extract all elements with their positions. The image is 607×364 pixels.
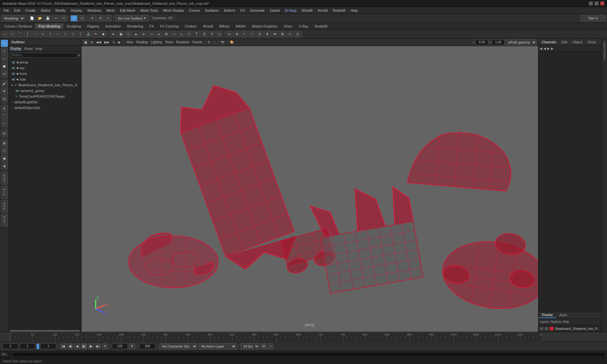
- close-button[interactable]: ✕: [600, 1, 604, 6]
- workspace-dropdown[interactable]: Modeling: [1, 15, 25, 21]
- outliner-scrollbar[interactable]: [9, 329, 81, 332]
- outliner-item-top[interactable]: 📹 ◀ top: [9, 65, 81, 71]
- open-scene-btn[interactable]: 📂: [36, 15, 43, 21]
- menu-generate[interactable]: Generate: [248, 8, 267, 13]
- outliner-item-main-group[interactable]: ▸ ⊞ Skateboard_Shattered_into_Pieces_m: [9, 82, 81, 88]
- tool-multi-cut[interactable]: ✂: [286, 31, 293, 38]
- search-options-btn[interactable]: ▾: [78, 53, 80, 57]
- menu-create[interactable]: Create: [23, 8, 38, 13]
- tool-torus[interactable]: ⊙: [140, 31, 147, 38]
- outliner-tab-display[interactable]: Display: [10, 46, 21, 51]
- tab-rendering[interactable]: Rendering: [124, 23, 146, 29]
- tool-cylinder[interactable]: ⬡: [125, 31, 132, 38]
- menu-mesh[interactable]: Mesh: [104, 8, 117, 13]
- range-end-icon[interactable]: ▾: [129, 343, 135, 349]
- tool-plane[interactable]: ▭: [148, 31, 155, 38]
- vp-menu-shading[interactable]: Shading: [135, 40, 149, 44]
- snap-grid-btn[interactable]: #: [1, 105, 8, 112]
- tool-prism[interactable]: ◁: [170, 31, 177, 38]
- vp-menu-view[interactable]: View: [125, 40, 134, 44]
- tab-fx-caching[interactable]: FX Caching: [157, 23, 181, 29]
- outliner-tab-show[interactable]: Show: [24, 47, 33, 51]
- face-select-btn[interactable]: ◼: [1, 63, 8, 70]
- tool-curve1[interactable]: ∫: [24, 31, 31, 38]
- tab-custom[interactable]: Custom: [181, 23, 200, 29]
- rotate-tool-btn[interactable]: ↺: [97, 15, 104, 21]
- loop-btn[interactable]: ↻: [102, 343, 108, 349]
- tool-separate[interactable]: ÷: [248, 31, 255, 38]
- outliner-item-camera1[interactable]: 📹 camera1_group: [9, 88, 81, 94]
- tool-append[interactable]: ⊞: [279, 31, 286, 38]
- save-scene-btn[interactable]: 💾: [44, 15, 51, 21]
- vp-menu-renderer[interactable]: Renderer: [175, 40, 191, 44]
- tab-mash[interactable]: MASH: [232, 23, 249, 29]
- tool-fill[interactable]: ⌬: [256, 31, 263, 38]
- xray-btn[interactable]: ⊙: [1, 130, 8, 137]
- maximize-button[interactable]: □: [594, 1, 599, 6]
- outliner-item-objectset[interactable]: ○ defaultObjectSet: [9, 105, 81, 111]
- menu-select[interactable]: Select: [39, 8, 53, 13]
- vp-icon-shaded[interactable]: ◼: [83, 40, 89, 45]
- audio-btn[interactable]: ♪: [268, 343, 273, 349]
- tool-anchor[interactable]: ⚓: [85, 31, 92, 38]
- tool-curve3[interactable]: ∿: [39, 31, 46, 38]
- minimize-button[interactable]: —: [589, 1, 593, 6]
- menu-display[interactable]: Display: [69, 8, 84, 13]
- menu-deform[interactable]: Deform: [222, 8, 237, 13]
- tool-mirror[interactable]: ⇔: [226, 31, 233, 38]
- hypershade-btn[interactable]: HYP: [1, 186, 8, 199]
- tool-circle[interactable]: ○: [1, 31, 8, 38]
- cb-tab-channels[interactable]: Channels: [540, 39, 557, 45]
- menu-edit-mesh[interactable]: Edit Mesh: [118, 8, 138, 13]
- layer-ctrl-next2[interactable]: ▶: [551, 47, 554, 50]
- tool-node[interactable]: ◆: [100, 31, 107, 38]
- layer-ctrl-prev[interactable]: ◀: [540, 47, 542, 50]
- layer-ctrl-prev2[interactable]: ◀: [543, 47, 546, 50]
- vp-display-btn[interactable]: 🎨: [229, 40, 235, 44]
- tool-curve4[interactable]: ⌇: [47, 31, 54, 38]
- vp-menu-show[interactable]: Show: [164, 40, 174, 44]
- outliner-tab-help[interactable]: Help: [35, 47, 43, 51]
- tab-xgen[interactable]: XGen: [280, 23, 296, 29]
- tool-sphere[interactable]: ●: [110, 31, 117, 38]
- settings-btn[interactable]: ⚙: [261, 343, 267, 349]
- viewport-canvas[interactable]: front: [82, 46, 538, 332]
- tab-redshift[interactable]: Redshift: [311, 23, 330, 29]
- tool-platonic[interactable]: ⬡: [186, 31, 193, 38]
- max-frame-field[interactable]: 200: [139, 343, 155, 349]
- skip-end-btn[interactable]: ▶|: [95, 343, 101, 349]
- menu-modify[interactable]: Modify: [53, 8, 68, 13]
- layer-v-toggle[interactable]: V: [540, 327, 543, 331]
- cb-tab-show[interactable]: Show: [586, 39, 598, 45]
- tool-arc[interactable]: ⌒: [16, 31, 23, 38]
- smooth-btn[interactable]: ◉: [1, 155, 8, 162]
- menu-edit[interactable]: Edit: [12, 8, 22, 13]
- tab-fx[interactable]: FX: [146, 23, 157, 29]
- menu-redshift[interactable]: Redshift: [330, 8, 347, 13]
- tool-bridge[interactable]: ⇄: [271, 31, 278, 38]
- tool-curve8[interactable]: ⌈: [77, 31, 84, 38]
- tool-cone[interactable]: ▲: [132, 31, 139, 38]
- layer-ctrl-next[interactable]: ▶: [547, 47, 550, 50]
- vertex-select-btn[interactable]: ●: [1, 47, 8, 54]
- prev-frame-btn[interactable]: ◀|: [67, 343, 73, 349]
- vp-menu-panels[interactable]: Panels: [191, 40, 204, 44]
- vp-single-btn[interactable]: □: [212, 40, 217, 44]
- tab-vray[interactable]: V-Ray: [296, 23, 311, 29]
- vp-icon-wire[interactable]: ⊞: [89, 40, 94, 44]
- select-tool-btn[interactable]: ↖: [71, 15, 77, 21]
- vp-menu-lighting[interactable]: Lighting: [150, 40, 163, 44]
- menu-vray[interactable]: [V-Ray]: [283, 8, 298, 13]
- vp-cam-prev[interactable]: ◀◀: [95, 40, 102, 44]
- cb-tab-object[interactable]: Object: [571, 39, 584, 45]
- snap-surface-btn[interactable]: ≈: [1, 120, 8, 127]
- vp-cam-toggle[interactable]: ⊙: [111, 40, 116, 44]
- vp-cam-next[interactable]: ▶▶: [103, 40, 111, 44]
- tool-vol[interactable]: V: [208, 31, 215, 38]
- outliner-item-tempcam[interactable]: ✦ TempCamFBXASCD46Target: [9, 94, 81, 99]
- vp-render-btn[interactable]: ▶: [117, 40, 122, 44]
- vp-y-field[interactable]: 1.00: [492, 39, 505, 45]
- grid-toggle-btn[interactable]: ⊞: [1, 140, 8, 147]
- scale-tool-btn[interactable]: ⤡: [105, 15, 112, 21]
- vp-camera-select[interactable]: 📷: [219, 40, 226, 44]
